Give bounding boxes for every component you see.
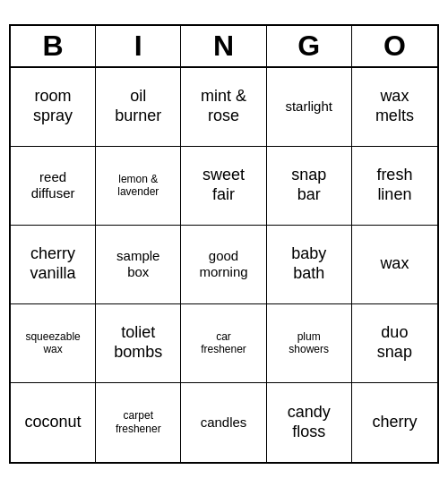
bingo-cell: lemon &lavender [96, 147, 181, 226]
bingo-cell: waxmelts [352, 68, 437, 147]
bingo-cell: starlight [267, 68, 352, 147]
bingo-cell: candyfloss [267, 383, 352, 462]
bingo-cell: cherry [352, 383, 437, 462]
bingo-cell: plumshowers [267, 304, 352, 383]
bingo-cell: squeezablewax [11, 304, 96, 383]
header-letter: B [11, 26, 96, 66]
bingo-cell: tolietbombs [96, 304, 181, 383]
header-letter: O [352, 26, 437, 66]
bingo-cell: cherryvanilla [11, 226, 96, 304]
bingo-cell: oilburner [96, 68, 181, 147]
bingo-cell: sweetfair [181, 147, 266, 226]
bingo-cell: candles [181, 383, 266, 462]
header-letter: I [96, 26, 181, 66]
bingo-grid: roomsprayoilburnermint &rosestarlightwax… [11, 68, 437, 462]
bingo-cell: roomspray [11, 68, 96, 147]
bingo-cell: carfreshener [181, 304, 266, 383]
bingo-cell: reeddiffuser [11, 147, 96, 226]
bingo-cell: snapbar [267, 147, 352, 226]
bingo-cell: mint &rose [181, 68, 266, 147]
bingo-cell: freshlinen [352, 147, 437, 226]
bingo-cell: duosnap [352, 304, 437, 383]
bingo-cell: goodmorning [181, 226, 266, 304]
bingo-cell: babybath [267, 226, 352, 304]
bingo-header: BINGO [11, 26, 437, 68]
bingo-card: BINGO roomsprayoilburnermint &rosestarli… [9, 24, 439, 464]
bingo-cell: samplebox [96, 226, 181, 304]
bingo-cell: coconut [11, 383, 96, 462]
header-letter: G [267, 26, 352, 66]
header-letter: N [181, 26, 266, 66]
bingo-cell: wax [352, 226, 437, 304]
bingo-cell: carpetfreshener [96, 383, 181, 462]
